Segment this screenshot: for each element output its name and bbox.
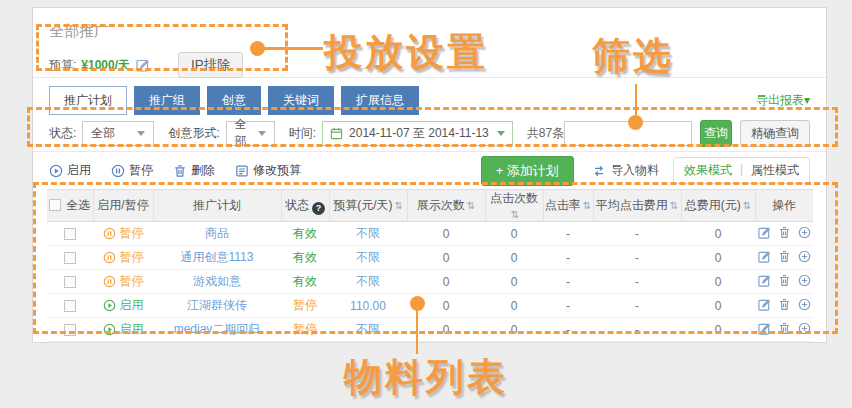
header-impressions[interactable]: 展示次数⇅ [407,190,485,222]
budget-value: 不限 [356,250,380,264]
cell-plan: 通用创意1113 [153,246,281,270]
tab-promotion-plan[interactable]: 推广计划 [49,86,127,115]
effect-mode-button[interactable]: 效果模式 [684,162,732,179]
cell-checkbox [47,294,93,318]
header-total-cost[interactable]: 总费用(元)⇅ [681,190,755,222]
mode-separator: | [740,162,743,179]
import-material-action[interactable]: 导入物料 [592,162,659,179]
table-row: 暂停 游戏如意 有效 不限 0 0 - - 0 [47,270,813,294]
sort-icon[interactable]: ⇅ [394,200,402,211]
row-checkbox[interactable] [64,300,76,312]
cell-budget: 不限 [329,246,407,270]
row-checkbox[interactable] [64,252,76,264]
cell-plan: 江湖群侠传 [153,294,281,318]
header-toggle: 启用/暂停 [93,190,153,222]
tab-creative[interactable]: 创意 [207,86,261,115]
header-budget[interactable]: 预算(元/天)⇅ [329,190,407,222]
precise-query-button[interactable]: 精确查询 [740,120,810,147]
cell-toggle: 暂停 [93,222,153,246]
select-all-checkbox[interactable] [49,199,61,211]
date-range-picker[interactable]: 2014-11-07 至 2014-11-13 [322,121,513,146]
export-report-link[interactable]: 导出报表▾ [756,92,810,115]
import-swap-icon [592,164,606,178]
enable-toggle-button[interactable]: 启用 [103,321,144,338]
delete-action[interactable]: 删除 [173,162,215,179]
attribute-mode-button[interactable]: 属性模式 [751,162,799,179]
row-checkbox[interactable] [64,276,76,288]
modify-budget-label: 修改预算 [253,162,301,179]
cell-avg-cpc: - [593,318,681,342]
delete-icon[interactable] [778,298,791,311]
enable-toggle-button[interactable]: 启用 [103,297,144,314]
cell-status: 有效 [281,270,329,294]
delete-icon[interactable] [778,250,791,263]
plan-link[interactable]: mediav二期回归 [174,322,261,336]
delete-icon[interactable] [778,274,791,287]
row-checkbox[interactable] [64,228,76,240]
plan-link[interactable]: 商品 [205,226,229,240]
import-material-label: 导入物料 [611,162,659,179]
sort-icon[interactable]: ⇅ [670,200,678,211]
modify-budget-action[interactable]: 修改预算 [235,162,301,179]
delete-icon[interactable] [778,226,791,239]
delete-icon[interactable] [778,322,791,335]
cell-impressions: 0 [407,294,485,318]
cell-checkbox [47,246,93,270]
toggle-label: 暂停 [120,249,144,266]
cell-ctr: - [543,270,593,294]
cell-avg-cpc: - [593,270,681,294]
tab-promotion-group[interactable]: 推广组 [134,86,200,115]
add-icon[interactable] [798,298,811,311]
creative-form-select[interactable]: 全部 [226,121,275,146]
edit-budget-icon[interactable] [136,58,150,72]
search-input[interactable] [564,121,692,146]
tab-keywords[interactable]: 关键词 [268,86,334,115]
pause-action[interactable]: 暂停 [111,162,153,179]
budget-list-icon [235,164,249,178]
edit-icon[interactable] [758,226,771,239]
enable-action[interactable]: 启用 [49,162,91,179]
bulk-actions-toolbar: 启用 暂停 删除 修改预算 + 添加计划 [33,152,826,189]
plan-link[interactable]: 通用创意1113 [181,250,254,264]
ip-exclude-button[interactable]: IP排除 [178,52,243,78]
sort-icon[interactable]: ⇅ [743,200,751,211]
cell-clicks: 0 [485,222,543,246]
cell-clicks: 0 [485,318,543,342]
table-row: 启用 江湖群侠传 暂停 110.00 0 0 - - 0 [47,294,813,318]
pause-toggle-button[interactable]: 暂停 [103,273,144,290]
sort-icon[interactable]: ⇅ [511,209,519,220]
row-checkbox[interactable] [64,324,76,336]
add-icon[interactable] [798,322,811,335]
status-badge: 暂停 [293,298,317,312]
sort-icon[interactable]: ⇅ [467,200,475,211]
cell-plan: 商品 [153,222,281,246]
edit-icon[interactable] [758,322,771,335]
edit-icon[interactable] [758,298,771,311]
pause-toggle-button[interactable]: 暂停 [103,225,144,242]
mode-switcher: 效果模式 | 属性模式 [673,157,810,184]
query-button[interactable]: 查询 [700,120,732,147]
add-icon[interactable] [798,226,811,239]
status-select[interactable]: 全部 [82,121,154,146]
plan-link[interactable]: 江湖群侠传 [187,298,247,312]
caret-down-icon: ▾ [804,93,810,107]
edit-icon[interactable] [758,274,771,287]
header-clicks[interactable]: 点击次数⇅ [485,190,543,222]
page: 全部推广 预算: ¥1000/天 IP排除 推广计划 推广组 创意 关键词 扩展… [0,0,852,408]
header-avg-cpc[interactable]: 平均点击费用⇅ [593,190,681,222]
cell-total: 0 [681,270,755,294]
plan-table: 全选 启用/暂停 推广计划 状态? 预算(元/天)⇅ 展示次数⇅ 点击次数⇅ [47,189,813,342]
add-icon[interactable] [798,274,811,287]
edit-icon[interactable] [758,250,771,263]
help-icon[interactable]: ? [312,202,325,215]
header-ctr[interactable]: 点击率⇅ [543,190,593,222]
pause-toggle-button[interactable]: 暂停 [103,249,144,266]
toggle-label: 启用 [120,297,144,314]
calendar-icon [330,127,343,140]
add-plan-button[interactable]: + 添加计划 [481,156,574,186]
plan-link[interactable]: 游戏如意 [193,274,241,288]
tab-extended-info[interactable]: 扩展信息 [341,86,419,115]
sort-icon[interactable]: ⇅ [583,200,591,211]
add-icon[interactable] [798,250,811,263]
export-report-label: 导出报表 [756,93,804,107]
